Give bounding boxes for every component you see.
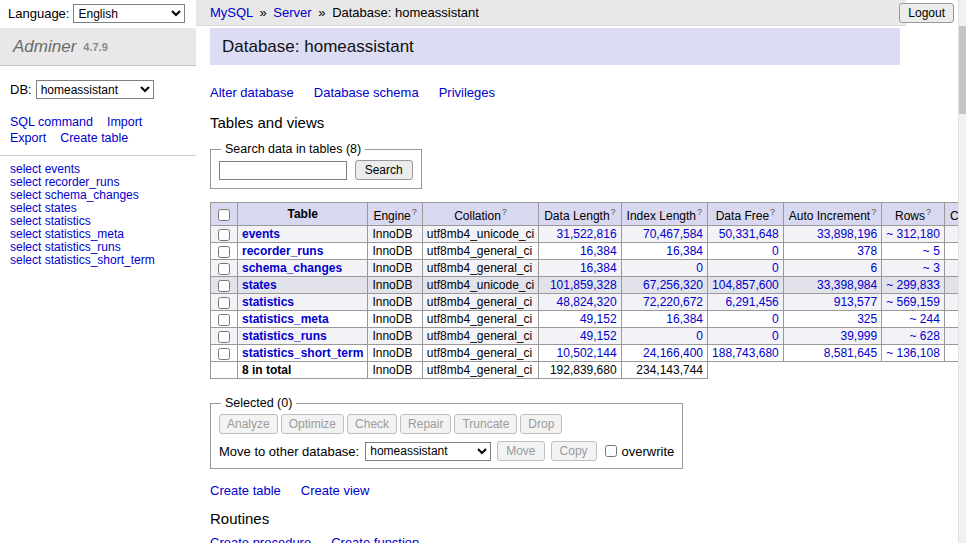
- vertical-scrollbar[interactable]: [958, 0, 966, 543]
- index-length-link-schema_changes[interactable]: 0: [696, 261, 703, 275]
- sidebar-link-create-table[interactable]: Create table: [60, 131, 128, 146]
- rows-link-statistics[interactable]: ~ 569,159: [886, 295, 940, 309]
- routine-link-create-procedure[interactable]: Create procedure: [210, 535, 311, 543]
- table-link-schema_changes[interactable]: schema_changes: [242, 261, 342, 275]
- row-checkbox-events[interactable]: [218, 229, 230, 241]
- rows-link-events[interactable]: ~ 312,180: [886, 227, 940, 241]
- help-icon[interactable]: ?: [926, 207, 931, 217]
- auto-increment-link-statistics[interactable]: 913,577: [834, 295, 877, 309]
- breadcrumb-link-server[interactable]: Server: [273, 5, 311, 20]
- auto-increment-link-statistics_runs[interactable]: 39,999: [840, 329, 877, 343]
- data-length-link-states[interactable]: 101,859,328: [550, 278, 617, 292]
- help-icon[interactable]: ?: [770, 207, 775, 217]
- data-free-link-statistics[interactable]: 6,291,456: [725, 295, 778, 309]
- auto-increment-link-events[interactable]: 33,898,196: [817, 227, 877, 241]
- routines-heading: Routines: [210, 510, 918, 527]
- data-length-link-statistics_short_term[interactable]: 10,502,144: [557, 346, 617, 360]
- table-link-events[interactable]: events: [242, 227, 280, 241]
- data-length-link-events[interactable]: 31,522,816: [557, 227, 617, 241]
- select-all-checkbox[interactable]: [218, 209, 230, 221]
- data-free-link-statistics_runs[interactable]: 0: [772, 329, 779, 343]
- sidebar-link-import[interactable]: Import: [107, 115, 142, 130]
- row-checkbox-statistics[interactable]: [218, 297, 230, 309]
- db-action-privileges[interactable]: Privileges: [439, 85, 495, 100]
- scrollbar-thumb[interactable]: [959, 26, 966, 114]
- routine-link-create-function[interactable]: Create function: [331, 535, 419, 543]
- optimize-button[interactable]: Optimize: [281, 414, 344, 434]
- help-icon[interactable]: ?: [871, 207, 876, 217]
- data-length-link-recorder_runs[interactable]: 16,384: [580, 244, 617, 258]
- move-db-select[interactable]: homeassistant: [365, 442, 491, 461]
- app-logo: Adminer 4.7.9: [0, 28, 196, 66]
- help-icon[interactable]: ?: [611, 207, 616, 217]
- db-selector-row: DB:homeassistant: [10, 80, 186, 99]
- language-select[interactable]: English: [73, 4, 185, 23]
- table-link-states[interactable]: states: [242, 278, 277, 292]
- copy-button[interactable]: Copy: [551, 441, 597, 461]
- row-checkbox-statistics_runs[interactable]: [218, 331, 230, 343]
- auto-increment-link-states[interactable]: 33,398,984: [817, 278, 877, 292]
- db-action-alter-database[interactable]: Alter database: [210, 85, 294, 100]
- table-link-statistics_runs[interactable]: statistics_runs: [242, 329, 327, 343]
- logout-button[interactable]: Logout: [899, 3, 954, 23]
- data-free-link-recorder_runs[interactable]: 0: [772, 244, 779, 258]
- row-checkbox-states[interactable]: [218, 280, 230, 292]
- table-link-statistics_short_term[interactable]: statistics_short_term: [242, 346, 363, 360]
- language-row: Language:English: [8, 4, 185, 23]
- row-checkbox-statistics_short_term[interactable]: [218, 348, 230, 360]
- index-length-link-statistics_short_term[interactable]: 24,166,400: [643, 346, 703, 360]
- rows-link-schema_changes[interactable]: ~ 3: [923, 261, 940, 275]
- sidebar-table-link-select-statistics-short-term[interactable]: select statistics_short_term: [10, 254, 186, 267]
- data-free-link-statistics_short_term[interactable]: 188,743,680: [712, 346, 779, 360]
- rows-link-statistics_meta[interactable]: ~ 244: [910, 312, 940, 326]
- data-length-link-statistics_runs[interactable]: 49,152: [580, 329, 617, 343]
- data-length-link-statistics_meta[interactable]: 49,152: [580, 312, 617, 326]
- sidebar-link-export[interactable]: Export: [10, 131, 46, 146]
- footer-link-create-table[interactable]: Create table: [210, 483, 281, 498]
- check-button[interactable]: Check: [347, 414, 397, 434]
- auto-increment-link-recorder_runs[interactable]: 378: [857, 244, 877, 258]
- rows-link-statistics_runs[interactable]: ~ 628: [910, 329, 940, 343]
- auto-increment-link-statistics_meta[interactable]: 325: [857, 312, 877, 326]
- table-link-recorder_runs[interactable]: recorder_runs: [242, 244, 323, 258]
- data-free-link-statistics_meta[interactable]: 0: [772, 312, 779, 326]
- search-input[interactable]: [219, 161, 347, 180]
- data-free-link-states[interactable]: 104,857,600: [712, 278, 779, 292]
- index-length-link-statistics[interactable]: 72,220,672: [643, 295, 703, 309]
- help-icon[interactable]: ?: [412, 207, 417, 217]
- index-length-link-states[interactable]: 67,256,320: [643, 278, 703, 292]
- drop-button[interactable]: Drop: [520, 414, 562, 434]
- table-link-statistics_meta[interactable]: statistics_meta: [242, 312, 329, 326]
- table-link-statistics[interactable]: statistics: [242, 295, 294, 309]
- index-length-link-recorder_runs[interactable]: 16,384: [666, 244, 703, 258]
- data-length-link-schema_changes[interactable]: 16,384: [580, 261, 617, 275]
- repair-button[interactable]: Repair: [400, 414, 451, 434]
- overwrite-checkbox[interactable]: [605, 445, 617, 457]
- rows-link-states[interactable]: ~ 299,833: [886, 278, 940, 292]
- move-button[interactable]: Move: [497, 441, 544, 461]
- help-icon[interactable]: ?: [697, 207, 702, 217]
- search-button[interactable]: Search: [355, 160, 413, 180]
- analyze-button[interactable]: Analyze: [219, 414, 278, 434]
- index-length-link-events[interactable]: 70,467,584: [643, 227, 703, 241]
- index-length-link-statistics_runs[interactable]: 0: [696, 329, 703, 343]
- row-checkbox-recorder_runs[interactable]: [218, 246, 230, 258]
- row-checkbox-schema_changes[interactable]: [218, 263, 230, 275]
- data-free-link-events[interactable]: 50,331,648: [719, 227, 779, 241]
- db-select[interactable]: homeassistant: [36, 80, 154, 99]
- data-length-link-statistics[interactable]: 48,824,320: [557, 295, 617, 309]
- sidebar-link-sql-command[interactable]: SQL command: [10, 115, 93, 130]
- row-checkbox-statistics_meta[interactable]: [218, 314, 230, 326]
- breadcrumb-link-mysql[interactable]: MySQL: [210, 5, 253, 20]
- truncate-button[interactable]: Truncate: [454, 414, 517, 434]
- footer-link-create-view[interactable]: Create view: [301, 483, 370, 498]
- auto-increment-link-schema_changes[interactable]: 6: [870, 261, 877, 275]
- rows-link-statistics_short_term[interactable]: ~ 136,108: [886, 346, 940, 360]
- data-free-link-schema_changes[interactable]: 0: [772, 261, 779, 275]
- index-length-link-statistics_meta[interactable]: 16,384: [666, 312, 703, 326]
- row-select-cell: [211, 345, 238, 362]
- auto-increment-link-statistics_short_term[interactable]: 8,581,645: [824, 346, 877, 360]
- rows-link-recorder_runs[interactable]: ~ 5: [923, 244, 940, 258]
- db-action-database-schema[interactable]: Database schema: [314, 85, 419, 100]
- help-icon[interactable]: ?: [502, 207, 507, 217]
